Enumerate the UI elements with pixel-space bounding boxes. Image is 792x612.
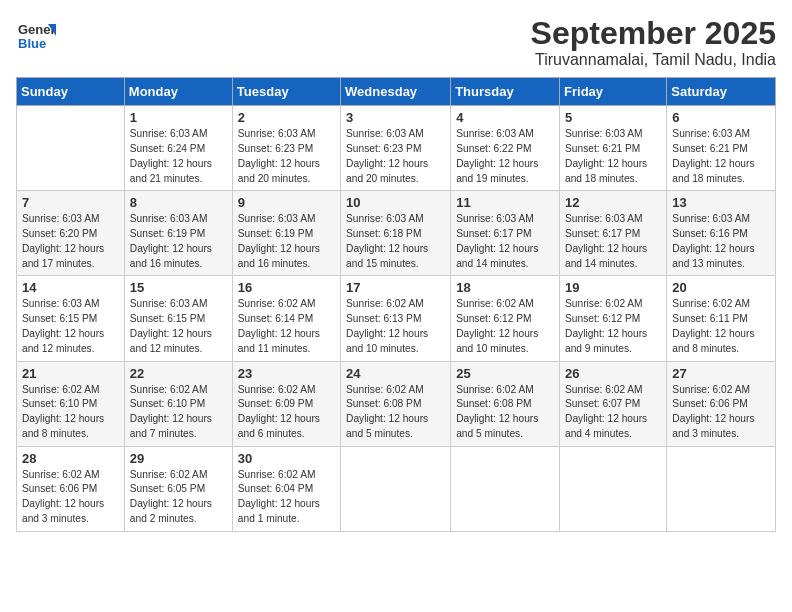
calendar-day-cell: 26Sunrise: 6:02 AM Sunset: 6:07 PM Dayli… — [560, 361, 667, 446]
calendar-day-cell: 8Sunrise: 6:03 AM Sunset: 6:19 PM Daylig… — [124, 191, 232, 276]
calendar-week-row: 28Sunrise: 6:02 AM Sunset: 6:06 PM Dayli… — [17, 446, 776, 531]
calendar-day-cell: 18Sunrise: 6:02 AM Sunset: 6:12 PM Dayli… — [451, 276, 560, 361]
day-number: 1 — [130, 110, 227, 125]
day-detail: Sunrise: 6:02 AM Sunset: 6:04 PM Dayligh… — [238, 468, 335, 527]
day-detail: Sunrise: 6:03 AM Sunset: 6:21 PM Dayligh… — [672, 127, 770, 186]
day-number: 3 — [346, 110, 445, 125]
calendar-day-cell: 27Sunrise: 6:02 AM Sunset: 6:06 PM Dayli… — [667, 361, 776, 446]
calendar-table: SundayMondayTuesdayWednesdayThursdayFrid… — [16, 77, 776, 532]
calendar-week-row: 7Sunrise: 6:03 AM Sunset: 6:20 PM Daylig… — [17, 191, 776, 276]
calendar-week-row: 1Sunrise: 6:03 AM Sunset: 6:24 PM Daylig… — [17, 106, 776, 191]
weekday-header: Monday — [124, 78, 232, 106]
day-detail: Sunrise: 6:03 AM Sunset: 6:17 PM Dayligh… — [565, 212, 661, 271]
day-number: 19 — [565, 280, 661, 295]
day-number: 23 — [238, 366, 335, 381]
page-header: General Blue September 2025 Tiruvannamal… — [16, 16, 776, 69]
day-detail: Sunrise: 6:02 AM Sunset: 6:06 PM Dayligh… — [672, 383, 770, 442]
calendar-day-cell: 3Sunrise: 6:03 AM Sunset: 6:23 PM Daylig… — [341, 106, 451, 191]
day-detail: Sunrise: 6:02 AM Sunset: 6:13 PM Dayligh… — [346, 297, 445, 356]
day-number: 13 — [672, 195, 770, 210]
weekday-header: Thursday — [451, 78, 560, 106]
day-number: 16 — [238, 280, 335, 295]
day-number: 22 — [130, 366, 227, 381]
day-detail: Sunrise: 6:03 AM Sunset: 6:19 PM Dayligh… — [238, 212, 335, 271]
weekday-header: Sunday — [17, 78, 125, 106]
day-number: 24 — [346, 366, 445, 381]
day-detail: Sunrise: 6:03 AM Sunset: 6:17 PM Dayligh… — [456, 212, 554, 271]
calendar-day-cell: 30Sunrise: 6:02 AM Sunset: 6:04 PM Dayli… — [232, 446, 340, 531]
calendar-day-cell: 25Sunrise: 6:02 AM Sunset: 6:08 PM Dayli… — [451, 361, 560, 446]
day-number: 2 — [238, 110, 335, 125]
weekday-header: Wednesday — [341, 78, 451, 106]
calendar-day-cell — [341, 446, 451, 531]
day-number: 5 — [565, 110, 661, 125]
calendar-week-row: 14Sunrise: 6:03 AM Sunset: 6:15 PM Dayli… — [17, 276, 776, 361]
calendar-day-cell: 4Sunrise: 6:03 AM Sunset: 6:22 PM Daylig… — [451, 106, 560, 191]
day-detail: Sunrise: 6:03 AM Sunset: 6:16 PM Dayligh… — [672, 212, 770, 271]
calendar-day-cell: 12Sunrise: 6:03 AM Sunset: 6:17 PM Dayli… — [560, 191, 667, 276]
day-detail: Sunrise: 6:03 AM Sunset: 6:15 PM Dayligh… — [130, 297, 227, 356]
day-number: 9 — [238, 195, 335, 210]
page-title: September 2025 — [531, 16, 776, 51]
day-detail: Sunrise: 6:02 AM Sunset: 6:05 PM Dayligh… — [130, 468, 227, 527]
calendar-day-cell: 2Sunrise: 6:03 AM Sunset: 6:23 PM Daylig… — [232, 106, 340, 191]
calendar-header-row: SundayMondayTuesdayWednesdayThursdayFrid… — [17, 78, 776, 106]
calendar-day-cell: 5Sunrise: 6:03 AM Sunset: 6:21 PM Daylig… — [560, 106, 667, 191]
day-number: 29 — [130, 451, 227, 466]
calendar-day-cell: 7Sunrise: 6:03 AM Sunset: 6:20 PM Daylig… — [17, 191, 125, 276]
day-number: 6 — [672, 110, 770, 125]
calendar-day-cell: 23Sunrise: 6:02 AM Sunset: 6:09 PM Dayli… — [232, 361, 340, 446]
calendar-day-cell: 20Sunrise: 6:02 AM Sunset: 6:11 PM Dayli… — [667, 276, 776, 361]
calendar-day-cell: 14Sunrise: 6:03 AM Sunset: 6:15 PM Dayli… — [17, 276, 125, 361]
day-number: 30 — [238, 451, 335, 466]
day-detail: Sunrise: 6:02 AM Sunset: 6:09 PM Dayligh… — [238, 383, 335, 442]
calendar-day-cell: 9Sunrise: 6:03 AM Sunset: 6:19 PM Daylig… — [232, 191, 340, 276]
day-detail: Sunrise: 6:02 AM Sunset: 6:06 PM Dayligh… — [22, 468, 119, 527]
day-number: 8 — [130, 195, 227, 210]
day-number: 15 — [130, 280, 227, 295]
calendar-day-cell: 16Sunrise: 6:02 AM Sunset: 6:14 PM Dayli… — [232, 276, 340, 361]
day-detail: Sunrise: 6:02 AM Sunset: 6:10 PM Dayligh… — [130, 383, 227, 442]
day-detail: Sunrise: 6:02 AM Sunset: 6:11 PM Dayligh… — [672, 297, 770, 356]
svg-text:Blue: Blue — [18, 36, 46, 51]
calendar-day-cell: 24Sunrise: 6:02 AM Sunset: 6:08 PM Dayli… — [341, 361, 451, 446]
day-number: 12 — [565, 195, 661, 210]
day-number: 10 — [346, 195, 445, 210]
day-number: 21 — [22, 366, 119, 381]
day-number: 27 — [672, 366, 770, 381]
calendar-day-cell — [17, 106, 125, 191]
day-number: 11 — [456, 195, 554, 210]
weekday-header: Friday — [560, 78, 667, 106]
calendar-day-cell — [451, 446, 560, 531]
day-detail: Sunrise: 6:02 AM Sunset: 6:12 PM Dayligh… — [456, 297, 554, 356]
day-number: 26 — [565, 366, 661, 381]
calendar-week-row: 21Sunrise: 6:02 AM Sunset: 6:10 PM Dayli… — [17, 361, 776, 446]
day-number: 14 — [22, 280, 119, 295]
calendar-day-cell: 28Sunrise: 6:02 AM Sunset: 6:06 PM Dayli… — [17, 446, 125, 531]
calendar-day-cell: 17Sunrise: 6:02 AM Sunset: 6:13 PM Dayli… — [341, 276, 451, 361]
calendar-day-cell: 21Sunrise: 6:02 AM Sunset: 6:10 PM Dayli… — [17, 361, 125, 446]
day-detail: Sunrise: 6:02 AM Sunset: 6:08 PM Dayligh… — [346, 383, 445, 442]
day-detail: Sunrise: 6:03 AM Sunset: 6:22 PM Dayligh… — [456, 127, 554, 186]
day-number: 28 — [22, 451, 119, 466]
logo: General Blue — [16, 16, 56, 56]
calendar-day-cell: 11Sunrise: 6:03 AM Sunset: 6:17 PM Dayli… — [451, 191, 560, 276]
day-detail: Sunrise: 6:03 AM Sunset: 6:18 PM Dayligh… — [346, 212, 445, 271]
calendar-day-cell — [667, 446, 776, 531]
day-number: 7 — [22, 195, 119, 210]
day-detail: Sunrise: 6:03 AM Sunset: 6:23 PM Dayligh… — [346, 127, 445, 186]
day-detail: Sunrise: 6:03 AM Sunset: 6:19 PM Dayligh… — [130, 212, 227, 271]
calendar-day-cell — [560, 446, 667, 531]
weekday-header: Tuesday — [232, 78, 340, 106]
weekday-header: Saturday — [667, 78, 776, 106]
day-detail: Sunrise: 6:02 AM Sunset: 6:08 PM Dayligh… — [456, 383, 554, 442]
calendar-day-cell: 13Sunrise: 6:03 AM Sunset: 6:16 PM Dayli… — [667, 191, 776, 276]
calendar-day-cell: 29Sunrise: 6:02 AM Sunset: 6:05 PM Dayli… — [124, 446, 232, 531]
day-detail: Sunrise: 6:02 AM Sunset: 6:14 PM Dayligh… — [238, 297, 335, 356]
logo-icon: General Blue — [16, 16, 56, 56]
day-detail: Sunrise: 6:03 AM Sunset: 6:21 PM Dayligh… — [565, 127, 661, 186]
calendar-day-cell: 19Sunrise: 6:02 AM Sunset: 6:12 PM Dayli… — [560, 276, 667, 361]
day-number: 25 — [456, 366, 554, 381]
calendar-day-cell: 15Sunrise: 6:03 AM Sunset: 6:15 PM Dayli… — [124, 276, 232, 361]
day-detail: Sunrise: 6:02 AM Sunset: 6:12 PM Dayligh… — [565, 297, 661, 356]
